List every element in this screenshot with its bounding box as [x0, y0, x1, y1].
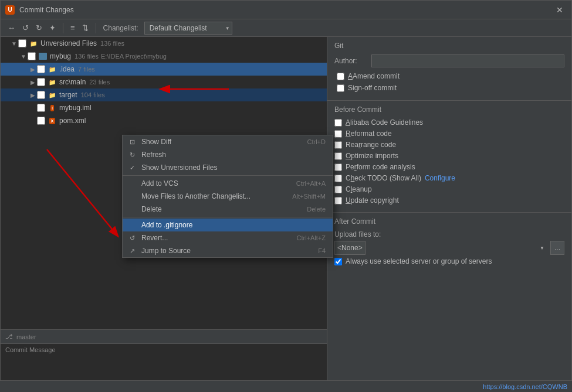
checkbox-target[interactable] [37, 91, 45, 99]
checkbox-mybug[interactable] [28, 52, 36, 60]
signoff-commit-row: Sign-off commit [337, 84, 564, 92]
title-bar: U Commit Changes ✕ [1, 1, 571, 19]
toolbar-btn-move[interactable]: ↔ [5, 22, 18, 33]
tree-row-mybug[interactable]: ▼ mybug 136 files E:\IDEA Project\mybug [1, 50, 327, 63]
jump-source-icon: ↗ [130, 247, 141, 255]
expander-mybug[interactable]: ▼ [19, 53, 28, 60]
tree-row-idea[interactable]: ▶ 📁 .idea 7 files [1, 63, 327, 76]
check-todo[interactable] [334, 175, 342, 182]
close-button[interactable]: ✕ [553, 4, 567, 16]
expander-idea[interactable]: ▶ [29, 66, 37, 73]
label-idea: .idea [59, 65, 75, 73]
branch-icon: ⎇ [5, 333, 13, 340]
menu-item-add-vcs[interactable]: Add to VCS Ctrl+Alt+A [123, 177, 333, 190]
menu-separator-2 [123, 217, 333, 217]
checkbox-pom-xml[interactable] [37, 117, 45, 125]
tree-row-srcmain[interactable]: ▶ 📁 src\main 23 files [1, 76, 327, 88]
commit-message-label: Commit Message [1, 344, 327, 354]
bottom-bar: https://blog.csdn.net/CQWNB [0, 380, 572, 392]
expander-target[interactable]: ▶ [29, 92, 37, 98]
check-item-optimize: Optimize imports [334, 152, 564, 160]
check-alibaba[interactable] [334, 119, 342, 127]
check-item-todo: Check TODO (Show All) Configure [334, 174, 564, 182]
configure-link[interactable]: Configure [425, 174, 455, 182]
folder-icon-unversioned: 📁 [29, 39, 38, 48]
app-icon: U [5, 5, 15, 15]
tree-row-pom-xml[interactable]: X pom.xml [1, 114, 327, 127]
show-diff-icon: ⊡ [130, 138, 141, 146]
git-section: Git Author: AAmend commit Sign-off commi… [327, 37, 571, 101]
branch-status-bar: ⎇ master [1, 329, 327, 343]
menu-item-delete[interactable]: Delete Delete [123, 203, 333, 216]
always-row: Always use selected server or group of s… [334, 257, 564, 265]
upload-select[interactable]: <None> [334, 241, 365, 255]
toolbar-btn-refresh[interactable]: ↻ [33, 22, 45, 33]
menu-item-revert[interactable]: ↺ Revert... Ctrl+Alt+Z [123, 231, 333, 244]
check-item-reformat: Reformat code [334, 129, 564, 138]
check-analysis[interactable] [334, 163, 342, 171]
upload-label: Upload files to: [334, 230, 564, 238]
menu-separator-1 [123, 175, 333, 176]
checkbox-srcmain[interactable] [37, 78, 45, 86]
menu-item-show-diff[interactable]: ⊡ Show Diff Ctrl+D [123, 135, 333, 148]
changelist-label: Changelist: [103, 24, 138, 32]
before-commit-title: Before Commit [334, 105, 564, 114]
tree-row-target[interactable]: ▶ 📁 target 104 files [1, 88, 327, 101]
file-icon-iml: I [48, 103, 57, 113]
author-row: Author: [334, 54, 564, 67]
author-input[interactable] [371, 54, 564, 67]
check-item-analysis: Perform code analysis [334, 163, 564, 171]
label-srcmain: src\main [59, 78, 86, 86]
menu-item-move-files[interactable]: Move Files to Another Changelist... Alt+… [123, 190, 333, 203]
check-copyright[interactable] [334, 197, 342, 204]
right-panel: Git Author: AAmend commit Sign-off commi… [327, 37, 571, 391]
expander-unversioned[interactable]: ▼ [10, 40, 18, 47]
menu-item-show-unversioned[interactable]: ✓ Show Unversioned Files [123, 161, 333, 174]
upload-select-wrap[interactable]: <None> [334, 241, 548, 255]
file-icon-xml: X [48, 116, 57, 125]
signoff-commit-label: Sign-off commit [348, 84, 397, 92]
checkbox-idea[interactable] [37, 65, 45, 73]
menu-item-add-gitignore[interactable]: Add to .gitignore [123, 219, 333, 231]
check-cleanup[interactable] [334, 186, 342, 193]
bottom-url-link[interactable]: https://blog.csdn.net/CQWNB [483, 383, 567, 390]
check-item-copyright: Update copyright [334, 196, 564, 204]
expander-srcmain[interactable]: ▶ [29, 79, 37, 86]
amend-commit-checkbox[interactable] [337, 73, 344, 80]
after-commit-section: After Commit Upload files to: <None> ...… [327, 213, 571, 270]
menu-item-jump-source[interactable]: ↗ Jump to Source F4 [123, 244, 333, 257]
folder-icon-mybug [38, 52, 48, 61]
always-checkbox[interactable] [334, 258, 342, 265]
label-pom-xml: pom.xml [59, 117, 86, 125]
folder-icon-idea: 📁 [48, 64, 57, 74]
checkbox-mybug-iml[interactable] [37, 104, 45, 112]
branch-name: master [16, 333, 36, 340]
amend-commit-label: AAmend commit [348, 72, 400, 80]
title-bar-text: Commit Changes [19, 6, 553, 14]
signoff-commit-checkbox[interactable] [337, 84, 344, 92]
revert-icon: ↺ [130, 234, 141, 242]
checkbox-unversioned[interactable] [18, 39, 26, 47]
toolbar-btn-list[interactable]: ≡ [68, 22, 77, 33]
check-rearrange[interactable] [334, 141, 342, 149]
toolbar: ↔ ↺ ↻ ✦ ≡ ⇅ Changelist: Default Changeli… [1, 19, 571, 37]
check-item-cleanup: Cleanup [334, 185, 564, 193]
tree-row-unversioned[interactable]: ▼ 📁 Unversioned Files 136 files [1, 37, 327, 50]
toolbar-separator-2 [96, 23, 96, 33]
check-optimize[interactable] [334, 152, 342, 160]
changelist-dropdown-wrapper[interactable]: Default Changelist [144, 22, 232, 35]
check-item-alibaba: Alibaba Code Guidelines [334, 118, 564, 127]
changelist-dropdown[interactable]: Default Changelist [144, 22, 232, 35]
toolbar-btn-undo[interactable]: ↺ [20, 22, 31, 33]
label-target: target [59, 91, 77, 99]
git-section-title: Git [334, 42, 564, 50]
check-reformat[interactable] [334, 130, 342, 138]
upload-more-btn[interactable]: ... [550, 241, 564, 255]
label-mybug-iml: mybug.iml [59, 104, 92, 112]
toolbar-btn-star[interactable]: ✦ [47, 22, 58, 33]
tree-row-mybug-iml[interactable]: I mybug.iml [1, 101, 327, 114]
menu-item-refresh[interactable]: ↻ Refresh [123, 148, 333, 161]
always-label: Always use selected server or group of s… [346, 257, 492, 265]
author-label: Author: [334, 57, 367, 65]
toolbar-btn-sort[interactable]: ⇅ [80, 22, 91, 33]
